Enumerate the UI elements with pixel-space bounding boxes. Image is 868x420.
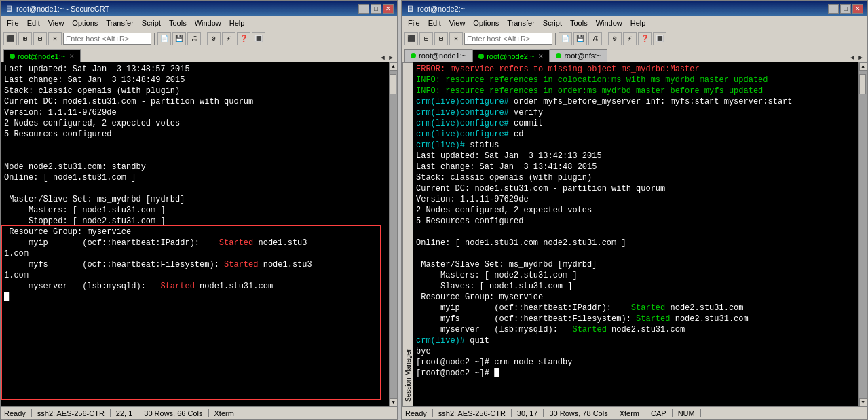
session-manager-tab[interactable]: Session Manager bbox=[402, 62, 413, 406]
right-terminal[interactable]: ERROR: myservice refers to missing objec… bbox=[413, 62, 858, 406]
left-menu-options[interactable]: Options bbox=[68, 18, 102, 28]
left-toolbar-btn9[interactable]: ⚡ bbox=[222, 32, 235, 45]
left-toolbar-btn8[interactable]: ⚙ bbox=[207, 32, 221, 45]
terminal-line: Slaves: [ node1.stu31.com ] bbox=[416, 281, 856, 292]
terminal-line: INFO: resource references in colocation:… bbox=[416, 75, 856, 85]
right-menu-view[interactable]: View bbox=[445, 18, 470, 28]
left-menu-view[interactable]: View bbox=[44, 18, 69, 28]
left-scroll-up[interactable]: ▲ bbox=[390, 62, 398, 71]
left-toolbar-btn6[interactable]: 💾 bbox=[172, 32, 186, 45]
left-tab-nav-left[interactable]: ◄ bbox=[379, 54, 387, 62]
right-scroll-track[interactable] bbox=[859, 71, 867, 398]
terminal-line: bye bbox=[416, 346, 856, 357]
right-toolbar-btn3[interactable]: ⊟ bbox=[434, 32, 448, 45]
left-toolbar-btn7[interactable]: 🖨 bbox=[187, 32, 201, 45]
left-menu-file[interactable]: File bbox=[3, 18, 23, 28]
right-tab1-indicator bbox=[411, 53, 416, 58]
right-toolbar-btn1[interactable]: ⬛ bbox=[404, 32, 418, 45]
terminal-line: Last updated: Sat Jan 3 13:48:57 2015 bbox=[4, 64, 386, 75]
right-tab-bar: root@node1:~ root@node2:~ ✕ root@nfs:~ ◄… bbox=[402, 47, 867, 62]
terminal-line: Last updated: Sat Jan 3 13:42:13 2015 bbox=[416, 151, 856, 161]
left-close-button[interactable]: ✕ bbox=[383, 4, 394, 14]
left-maximize-button[interactable]: □ bbox=[371, 4, 381, 14]
left-toolbar-btn2[interactable]: ⊞ bbox=[18, 32, 32, 45]
terminal-line: 1.com bbox=[4, 270, 386, 281]
left-host-input[interactable] bbox=[63, 33, 151, 45]
right-scroll-down[interactable]: ▼ bbox=[859, 398, 867, 406]
right-menu-help[interactable]: Help bbox=[626, 18, 650, 28]
left-status-term: Xterm bbox=[209, 409, 240, 417]
terminal-line: Master/Slave Set: ms_mydrbd [mydrbd] bbox=[4, 194, 386, 205]
right-toolbar-btn9[interactable]: ⚡ bbox=[623, 32, 637, 45]
right-toolbar-btn5[interactable]: 📄 bbox=[559, 32, 572, 45]
right-toolbar-btn8[interactable]: ⚙ bbox=[608, 32, 622, 45]
right-tab2-close[interactable]: ✕ bbox=[538, 53, 544, 60]
right-scroll-thumb[interactable] bbox=[859, 74, 866, 94]
terminal-line: myip (ocf::heartbeat:IPaddr): Started no… bbox=[4, 237, 386, 248]
left-tab-node1[interactable]: root@node1:~ ✕ bbox=[3, 49, 81, 62]
left-toolbar-btn4[interactable]: ✕ bbox=[48, 32, 62, 45]
right-menu-edit[interactable]: Edit bbox=[424, 18, 445, 28]
right-host-input[interactable] bbox=[464, 33, 552, 45]
right-status-rows-cols: 30 Rows, 78 Cols bbox=[544, 409, 614, 417]
right-menu-transfer[interactable]: Transfer bbox=[503, 18, 539, 28]
right-toolbar-btn6[interactable]: 💾 bbox=[573, 32, 587, 45]
right-toolbar: ⬛ ⊞ ⊟ ✕ 📄 💾 🖨 ⚙ ⚡ ❓ 🔳 bbox=[402, 30, 867, 47]
right-toolbar-btn11[interactable]: 🔳 bbox=[653, 32, 666, 45]
right-menu-script[interactable]: Script bbox=[539, 18, 566, 28]
right-menu-tools[interactable]: Tools bbox=[566, 18, 592, 28]
right-tab-nav-right[interactable]: ► bbox=[856, 54, 865, 62]
left-minimize-button[interactable]: _ bbox=[358, 4, 369, 14]
left-tab-nav: ◄ ► bbox=[379, 54, 395, 62]
left-scroll-thumb[interactable] bbox=[390, 74, 396, 94]
right-maximize-button[interactable]: □ bbox=[840, 4, 851, 14]
left-menu-edit[interactable]: Edit bbox=[23, 18, 44, 28]
left-toolbar-btn1[interactable]: ⬛ bbox=[3, 32, 17, 45]
left-toolbar-btn10[interactable]: ❓ bbox=[237, 32, 250, 45]
left-status-ssh: ssh2: AES-256-CTR bbox=[32, 409, 111, 417]
left-scroll-track[interactable] bbox=[390, 71, 398, 398]
terminal-line: Master/Slave Set: ms_mydrbd [mydrbd] bbox=[416, 259, 856, 270]
terminal-line: Current DC: node1.stu31.com - partition … bbox=[4, 96, 386, 107]
left-toolbar-btn5[interactable]: 📄 bbox=[157, 32, 171, 45]
left-menu-transfer[interactable]: Transfer bbox=[102, 18, 138, 28]
terminal-line bbox=[4, 183, 386, 194]
right-tab1-label: root@node1:~ bbox=[419, 52, 466, 60]
right-toolbar-btn4[interactable]: ✕ bbox=[449, 32, 463, 45]
left-tab-nav-right[interactable]: ► bbox=[387, 54, 395, 62]
left-toolbar-sep2 bbox=[204, 33, 204, 45]
right-scroll-up[interactable]: ▲ bbox=[859, 62, 867, 71]
left-toolbar-btn3[interactable]: ⊟ bbox=[33, 32, 47, 45]
terminal-line: Version: 1.1.11-97629de bbox=[4, 107, 386, 118]
left-menu-help[interactable]: Help bbox=[225, 18, 249, 28]
right-tab-node1[interactable]: root@node1:~ bbox=[404, 49, 472, 62]
terminal-line: Stack: classic openais (with plugin) bbox=[416, 172, 856, 183]
right-close-button[interactable]: ✕ bbox=[852, 4, 863, 14]
left-toolbar: ⬛ ⊞ ⊟ ✕ 📄 💾 🖨 ⚙ ⚡ ❓ 🔳 bbox=[1, 30, 397, 47]
right-tab-node2[interactable]: root@node2:~ ✕ bbox=[472, 49, 550, 62]
right-menu-window[interactable]: Window bbox=[592, 18, 626, 28]
left-menu-tools[interactable]: Tools bbox=[165, 18, 191, 28]
left-status-pos: 22, 1 bbox=[111, 409, 138, 417]
left-menu-script[interactable]: Script bbox=[138, 18, 165, 28]
right-menu-bar: File Edit View Options Transfer Script T… bbox=[402, 16, 867, 30]
right-tab-nfs[interactable]: root@nfs:~ bbox=[550, 49, 607, 62]
right-toolbar-sep1 bbox=[555, 33, 556, 45]
right-tab-nav-left[interactable]: ◄ bbox=[848, 54, 856, 62]
left-tab-close[interactable]: ✕ bbox=[69, 53, 75, 60]
left-scroll-down[interactable]: ▼ bbox=[390, 398, 398, 406]
right-toolbar-btn7[interactable]: 🖨 bbox=[588, 32, 602, 45]
right-scrollbar[interactable]: ▲ ▼ bbox=[858, 62, 867, 406]
left-menu-window[interactable]: Window bbox=[191, 18, 225, 28]
right-menu-file[interactable]: File bbox=[404, 18, 424, 28]
right-toolbar-btn2[interactable]: ⊞ bbox=[419, 32, 433, 45]
right-toolbar-btn10[interactable]: ❓ bbox=[638, 32, 652, 45]
left-scrollbar[interactable]: ▲ ▼ bbox=[389, 62, 397, 406]
right-menu-options[interactable]: Options bbox=[469, 18, 503, 28]
left-toolbar-btn11[interactable]: 🔳 bbox=[252, 32, 265, 45]
terminal-line: crm(live)# status bbox=[416, 140, 856, 151]
terminal-line: crm(live)configure# order myfs_before_my… bbox=[416, 96, 856, 107]
left-terminal[interactable]: Last updated: Sat Jan 3 13:48:57 2015 La… bbox=[1, 62, 389, 406]
right-minimize-button[interactable]: _ bbox=[828, 4, 839, 14]
terminal-line: [root@node2 ~]# crm node standby bbox=[416, 357, 856, 368]
